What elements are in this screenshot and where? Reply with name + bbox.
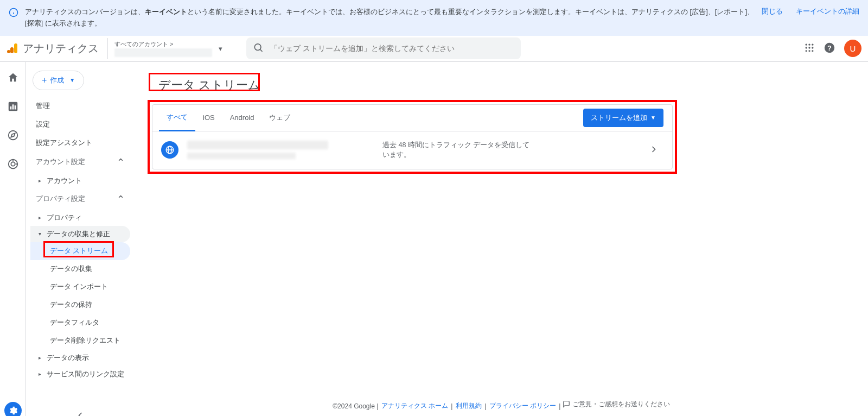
banner-text: アナリティクスのコンバージョンは、キーイベントという名前に変更されました。キーイ…	[25, 7, 755, 29]
add-stream-button[interactable]: ストリームを追加 ▼	[583, 109, 663, 127]
nav-setup-assistant[interactable]: 設定アシスタント	[30, 134, 130, 152]
apps-icon[interactable]	[804, 42, 815, 55]
dropdown-icon: ▼	[650, 115, 656, 121]
home-icon[interactable]	[7, 72, 19, 85]
svg-point-25	[11, 162, 15, 166]
plus-icon: +	[42, 75, 47, 85]
search-input[interactable]	[246, 37, 521, 59]
svg-point-8	[806, 43, 807, 45]
arrow-right-icon: ▸	[36, 355, 43, 361]
advertising-icon[interactable]	[7, 158, 19, 172]
search-box[interactable]	[246, 37, 521, 59]
banner-close-link[interactable]: 閉じる	[762, 7, 783, 16]
tab-ios[interactable]: iOS	[195, 106, 222, 129]
nav-data-streams[interactable]: データ ストリーム	[30, 242, 130, 260]
footer-home-link[interactable]: アナリティクス ホーム	[381, 402, 448, 409]
nav-data-display[interactable]: ▸ データの表示	[30, 350, 130, 366]
arrow-down-icon: ▾	[36, 231, 43, 237]
nav-account[interactable]: ▸ アカウント	[30, 173, 130, 189]
svg-text:?: ?	[827, 43, 832, 52]
info-banner: アナリティクスのコンバージョンは、キーイベントという名前に変更されました。キーイ…	[0, 0, 868, 36]
nav-data-collection[interactable]: データの収集	[30, 260, 130, 278]
stream-status: 過去 48 時間にトラフィック データを受信しています。	[382, 140, 534, 161]
stream-tabs: すべて iOS Android ウェブ ストリームを追加 ▼	[152, 105, 672, 131]
chevron-up-icon: ⌃	[117, 193, 125, 205]
footer-privacy-link[interactable]: プライバシー ポリシー	[489, 402, 556, 409]
svg-rect-4	[10, 47, 14, 53]
svg-point-13	[812, 47, 813, 48]
nav-group-property-settings[interactable]: プロパティ設定⌃	[30, 189, 130, 210]
nav-rail	[0, 62, 26, 416]
nav-settings[interactable]: 設定	[30, 115, 130, 134]
svg-point-15	[808, 50, 810, 52]
stream-name-redacted	[187, 141, 382, 159]
svg-rect-21	[12, 104, 14, 109]
user-avatar[interactable]: U	[844, 40, 861, 57]
svg-point-9	[808, 43, 810, 45]
nav-product-links[interactable]: ▸ サービス間のリンク設定	[30, 366, 130, 382]
account-name-redacted	[114, 48, 212, 57]
nav-data-retention[interactable]: データの保持	[30, 296, 130, 314]
svg-point-23	[8, 130, 17, 140]
info-icon	[9, 8, 18, 19]
chevron-right-icon	[644, 144, 663, 156]
footer-terms-link[interactable]: 利用規約	[456, 402, 482, 409]
data-streams-card: すべて iOS Android ウェブ ストリームを追加 ▼	[152, 104, 673, 170]
svg-rect-22	[14, 105, 16, 109]
tab-all[interactable]: すべて	[159, 105, 195, 131]
admin-gear-icon[interactable]	[4, 402, 22, 416]
svg-point-10	[812, 43, 813, 45]
explore-icon[interactable]	[7, 129, 19, 143]
svg-point-5	[7, 50, 10, 53]
product-logo[interactable]: アナリティクス	[7, 41, 99, 56]
svg-line-7	[260, 49, 263, 52]
web-stream-icon	[161, 141, 178, 159]
feedback-icon	[563, 400, 570, 408]
account-label: すべてのアカウント >	[114, 40, 212, 48]
svg-rect-20	[10, 106, 11, 110]
app-header: アナリティクス すべてのアカウント > ▾ ? U	[0, 36, 868, 62]
tab-web[interactable]: ウェブ	[261, 105, 298, 130]
svg-point-6	[254, 44, 261, 51]
create-label: 作成	[50, 75, 64, 85]
analytics-logo-icon	[7, 42, 20, 55]
nav-property[interactable]: ▸ プロパティ	[30, 210, 130, 226]
create-button[interactable]: + 作成 ▼	[33, 71, 84, 90]
nav-data-filter[interactable]: データフィルタ	[30, 314, 130, 332]
arrow-right-icon: ▸	[36, 178, 43, 184]
dropdown-icon: ▼	[69, 77, 75, 83]
nav-data-import[interactable]: データ インポート	[30, 278, 130, 296]
nav-data-deletion[interactable]: データ削除リクエスト	[30, 332, 130, 350]
banner-details-link[interactable]: キーイベントの詳細	[796, 7, 859, 16]
chevron-up-icon: ⌃	[117, 156, 125, 168]
collapse-sidebar-button[interactable]	[75, 410, 86, 416]
arrow-right-icon: ▸	[36, 371, 43, 377]
nav-admin[interactable]: 管理	[30, 97, 130, 115]
svg-point-14	[806, 50, 807, 52]
tab-android[interactable]: Android	[222, 106, 262, 129]
nav-group-account-settings[interactable]: アカウント設定⌃	[30, 152, 130, 173]
arrow-right-icon: ▸	[36, 215, 43, 220]
annotation-highlight	[149, 73, 260, 91]
search-icon	[253, 42, 264, 55]
footer-copyright: ©2024 Google	[333, 402, 375, 409]
product-name: アナリティクス	[23, 41, 99, 56]
footer: ©2024 Google | アナリティクス ホーム | 利用規約 | プライバ…	[135, 394, 868, 417]
stream-row[interactable]: 過去 48 時間にトラフィック データを受信しています。	[152, 131, 672, 169]
nav-data-collection-mod[interactable]: ▾ データの収集と修正	[30, 226, 130, 242]
svg-point-11	[806, 47, 807, 48]
account-picker[interactable]: すべてのアカウント > ▾	[107, 38, 229, 59]
reports-icon[interactable]	[7, 100, 19, 114]
dropdown-icon: ▾	[219, 45, 222, 53]
svg-point-16	[812, 50, 813, 52]
admin-sidebar: + 作成 ▼ 管理 設定 設定アシスタント アカウント設定⌃ ▸ アカウント プ…	[26, 62, 135, 416]
svg-point-12	[808, 47, 810, 48]
svg-rect-3	[14, 43, 17, 53]
main-content: データ ストリーム すべて iOS Android ウェブ ストリームを追加 ▼	[135, 62, 868, 416]
help-icon[interactable]: ?	[824, 42, 835, 55]
footer-feedback-link[interactable]: ご意見・ご感想をお送りください	[563, 400, 670, 409]
